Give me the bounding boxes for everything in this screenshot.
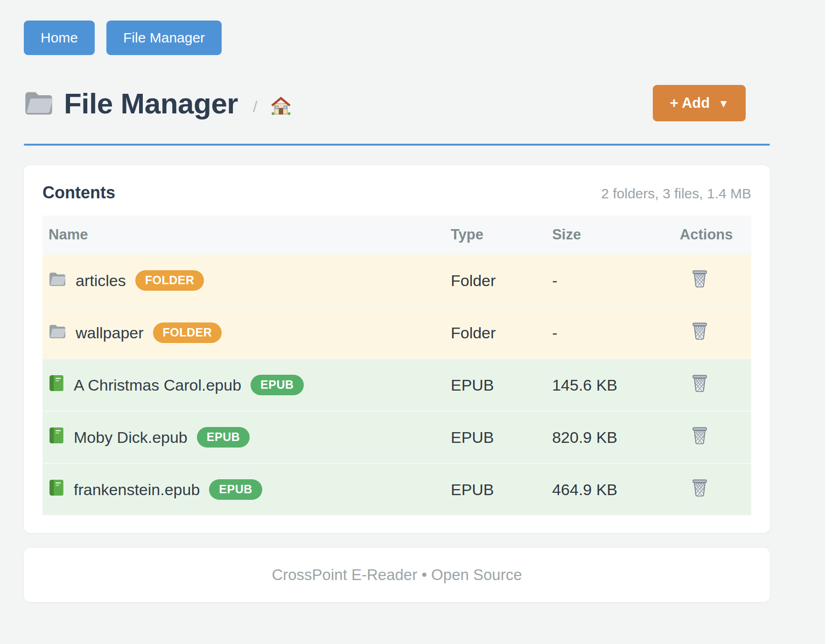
- nav-home-button[interactable]: Home: [24, 21, 95, 55]
- add-button-label: + Add: [670, 95, 710, 112]
- contents-card-header: Contents 2 folders, 3 files, 1.4 MB: [42, 183, 751, 203]
- delete-button[interactable]: [692, 322, 708, 340]
- table-row: articles FOLDER Folder -: [42, 254, 751, 306]
- file-table: Name Type Size Actions articles FOLDER F…: [42, 216, 751, 515]
- entry-type: Folder: [451, 306, 552, 358]
- contents-card: Contents 2 folders, 3 files, 1.4 MB Name…: [24, 165, 770, 533]
- delete-button[interactable]: [692, 374, 708, 392]
- column-header-name: Name: [42, 216, 451, 254]
- green-book-icon: [49, 479, 64, 500]
- footer-text: CrossPoint E-Reader • Open Source: [272, 566, 522, 584]
- page-title: File Manager: [64, 87, 238, 120]
- folder-icon: [49, 271, 66, 290]
- entry-name[interactable]: wallpaper: [76, 324, 144, 342]
- entry-type: EPUB: [451, 411, 552, 463]
- contents-title: Contents: [42, 183, 115, 203]
- trash-icon: [692, 439, 708, 446]
- delete-button[interactable]: [692, 270, 708, 287]
- folder-badge: FOLDER: [135, 270, 204, 291]
- green-book-icon: [49, 427, 64, 448]
- delete-button[interactable]: [692, 427, 708, 444]
- delete-button[interactable]: [692, 479, 708, 497]
- nav-file-manager-button[interactable]: File Manager: [106, 21, 222, 55]
- entry-size: -: [552, 254, 671, 306]
- title-group: File Manager /: [24, 87, 292, 120]
- epub-badge: EPUB: [251, 375, 303, 395]
- folder-icon: [24, 90, 54, 117]
- folder-badge: FOLDER: [153, 322, 222, 343]
- breadcrumb-separator: /: [253, 98, 257, 116]
- table-header-row: Name Type Size Actions: [42, 216, 751, 254]
- entry-name[interactable]: frankenstein.epub: [74, 481, 200, 499]
- entry-size: -: [552, 306, 671, 358]
- house-icon[interactable]: [270, 96, 292, 116]
- top-nav: Home File Manager: [24, 21, 770, 55]
- entry-size: 820.9 KB: [552, 411, 671, 463]
- chevron-down-icon: ▼: [718, 98, 729, 110]
- trash-icon: [692, 491, 708, 498]
- entry-type: EPUB: [451, 358, 552, 411]
- trash-icon: [692, 282, 708, 289]
- add-button[interactable]: + Add ▼: [653, 85, 746, 121]
- column-header-type: Type: [451, 216, 552, 254]
- entry-name[interactable]: A Christmas Carol.epub: [74, 376, 241, 394]
- contents-summary: 2 folders, 3 files, 1.4 MB: [601, 186, 751, 202]
- table-row: wallpaper FOLDER Folder -: [42, 306, 751, 358]
- epub-badge: EPUB: [197, 427, 250, 448]
- column-header-actions: Actions: [671, 216, 751, 254]
- footer-card: CrossPoint E-Reader • Open Source: [24, 548, 770, 602]
- header-divider: [24, 144, 770, 146]
- green-book-icon: [49, 374, 64, 396]
- column-header-size: Size: [552, 216, 671, 254]
- page-container: Home File Manager File Manager / + Add ▼…: [24, 0, 770, 602]
- entry-name[interactable]: Moby Dick.epub: [74, 428, 188, 447]
- table-row: Moby Dick.epub EPUB EPUB 820.9 KB: [42, 411, 751, 463]
- epub-badge: EPUB: [209, 479, 262, 500]
- trash-icon: [692, 334, 708, 341]
- entry-name[interactable]: articles: [76, 272, 126, 290]
- entry-type: EPUB: [451, 463, 552, 515]
- page-header: File Manager / + Add ▼: [24, 85, 770, 121]
- table-row: frankenstein.epub EPUB EPUB 464.9 KB: [42, 463, 751, 515]
- trash-icon: [692, 386, 708, 393]
- table-row: A Christmas Carol.epub EPUB EPUB 145.6 K…: [42, 358, 751, 411]
- entry-type: Folder: [451, 254, 552, 306]
- entry-size: 464.9 KB: [552, 463, 671, 515]
- entry-size: 145.6 KB: [552, 358, 671, 411]
- folder-icon: [49, 323, 66, 342]
